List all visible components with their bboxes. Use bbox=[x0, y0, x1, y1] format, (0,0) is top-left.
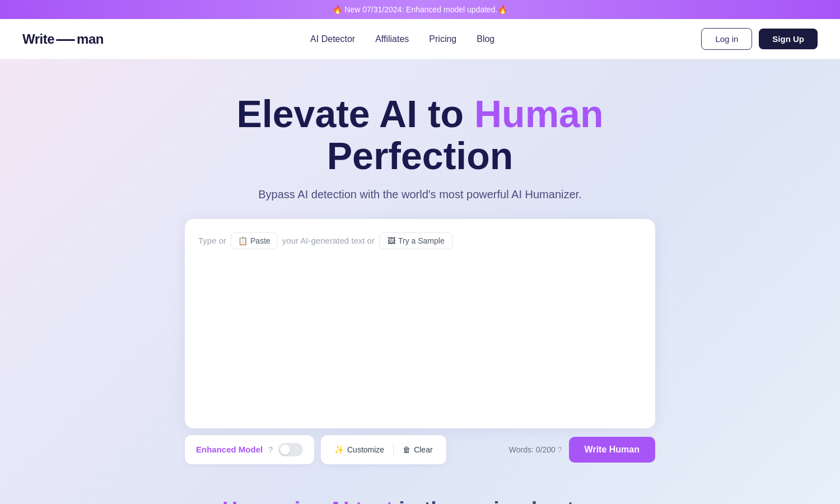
bottom-controls: Enhanced Model ? ✨ Customize 🗑 Clear Wor… bbox=[185, 435, 655, 464]
hero-title: Elevate AI to Human Perfection bbox=[11, 93, 829, 177]
hero-title-highlight: Human bbox=[474, 92, 603, 135]
words-counter: Words: 0/200 ? bbox=[453, 445, 562, 454]
hero-title-part1: Elevate AI to bbox=[237, 92, 475, 135]
customize-icon: ✨ bbox=[334, 445, 344, 454]
paste-icon: 📋 bbox=[238, 236, 248, 245]
enhanced-model-toggle[interactable] bbox=[278, 443, 303, 456]
bottom-section: Humanize AI text in three simple steps: bbox=[0, 475, 840, 504]
bottom-title-highlight: Humanize AI text bbox=[222, 498, 393, 504]
controls-divider bbox=[393, 443, 394, 456]
hero-subtitle: Bypass AI detection with the world's mos… bbox=[11, 188, 829, 201]
header: Writeman AI Detector Affiliates Pricing … bbox=[0, 19, 840, 59]
try-sample-label: Try a Sample bbox=[398, 236, 445, 245]
enhanced-model-label: Enhanced Model bbox=[196, 445, 263, 454]
customize-clear-box: ✨ Customize 🗑 Clear bbox=[321, 435, 446, 464]
text-input[interactable] bbox=[198, 256, 642, 413]
try-sample-button[interactable]: 🖼 Try a Sample bbox=[379, 232, 453, 249]
write-human-button[interactable]: Write Human bbox=[569, 437, 655, 463]
announcement-banner: 🔥 New 07/31/2024: Enhanced model updated… bbox=[0, 0, 840, 19]
bottom-title-rest: in three simple steps: bbox=[393, 498, 618, 504]
nav-ai-detector[interactable]: AI Detector bbox=[310, 34, 355, 44]
nav-affiliates[interactable]: Affiliates bbox=[375, 34, 409, 44]
editor-toolbar: Type or 📋 Paste your AI-generated text o… bbox=[198, 232, 642, 249]
paste-label: Paste bbox=[250, 236, 270, 245]
customize-button[interactable]: ✨ Customize bbox=[330, 443, 389, 456]
clear-label: Clear bbox=[414, 445, 432, 454]
signup-button[interactable]: Sign Up bbox=[759, 29, 818, 49]
editor-container: Type or 📋 Paste your AI-generated text o… bbox=[185, 219, 655, 428]
words-help-icon[interactable]: ? bbox=[558, 445, 562, 454]
customize-label: Customize bbox=[347, 445, 384, 454]
enhanced-model-box: Enhanced Model ? bbox=[185, 435, 314, 464]
nav: AI Detector Affiliates Pricing Blog bbox=[310, 34, 494, 44]
nav-pricing[interactable]: Pricing bbox=[429, 34, 456, 44]
enhanced-model-help-icon[interactable]: ? bbox=[268, 445, 273, 454]
nav-blog[interactable]: Blog bbox=[477, 34, 494, 44]
try-sample-icon: 🖼 bbox=[388, 236, 395, 245]
type-label: Type or bbox=[198, 236, 226, 245]
hero-title-part2: Perfection bbox=[327, 134, 514, 177]
paste-button[interactable]: 📋 Paste bbox=[231, 232, 278, 249]
hero-section: Elevate AI to Human Perfection Bypass AI… bbox=[0, 59, 840, 475]
clear-button[interactable]: 🗑 Clear bbox=[398, 443, 437, 456]
bottom-title: Humanize AI text in three simple steps: bbox=[11, 498, 829, 504]
middle-label: your AI-generated text or bbox=[282, 236, 375, 245]
clear-icon: 🗑 bbox=[403, 445, 410, 454]
header-actions: Log in Sign Up bbox=[701, 28, 818, 50]
words-count-text: Words: 0/200 bbox=[509, 445, 556, 454]
logo[interactable]: Writeman bbox=[22, 31, 104, 47]
banner-text: 🔥 New 07/31/2024: Enhanced model updated… bbox=[333, 5, 507, 14]
login-button[interactable]: Log in bbox=[701, 28, 752, 50]
